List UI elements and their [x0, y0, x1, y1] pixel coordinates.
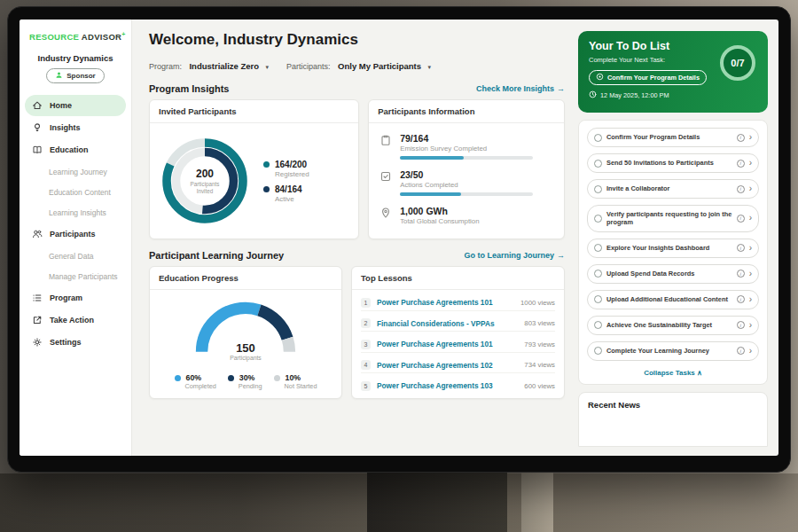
task-row[interactable]: Confirm Your Program Details i › — [587, 128, 759, 147]
sidebar-item-learning-insights[interactable]: Learning Insights — [20, 202, 131, 223]
sidebar-item-label: Insights — [50, 123, 81, 132]
task-checkbox[interactable] — [594, 215, 602, 223]
lesson-row: 5 Power Purchase Agreements 103 600 view… — [361, 379, 555, 394]
sidebar-item-take-action[interactable]: Take Action — [25, 309, 126, 331]
info-icon[interactable]: i — [737, 321, 745, 329]
info-icon[interactable]: i — [737, 295, 745, 303]
chevron-down-icon[interactable]: ▾ — [428, 64, 432, 70]
lesson-title-link[interactable]: Financial Considerations - VPPAs — [377, 319, 518, 328]
task-checkbox[interactable] — [594, 134, 602, 142]
task-row[interactable]: Send 50 Invitations to Participants i › — [587, 153, 759, 173]
task-checkbox[interactable] — [594, 160, 602, 168]
program-filter-value[interactable]: Industrialize Zero — [189, 61, 259, 71]
task-row[interactable]: Invite a Collaborator i › — [587, 179, 759, 199]
program-filter[interactable]: Program: Industrialize Zero ▾ — [149, 57, 269, 73]
chevron-right-icon[interactable]: › — [749, 214, 752, 223]
legend-item-not-started: 10% Not Started — [274, 373, 317, 390]
task-checkbox[interactable] — [594, 321, 602, 329]
task-checkbox[interactable] — [594, 347, 602, 355]
monitor-stand-pillar — [521, 472, 553, 532]
info-icon[interactable]: i — [737, 347, 745, 355]
chevron-right-icon[interactable]: › — [749, 184, 752, 193]
education-progress-card: Education Progress 150 Participants — [149, 266, 342, 399]
chevron-right-icon[interactable]: › — [749, 347, 752, 356]
chevron-right-icon[interactable]: › — [749, 244, 752, 253]
lesson-title-link[interactable]: Power Purchase Agreements 101 — [377, 340, 518, 348]
progress-bar-fill — [400, 156, 464, 160]
task-row[interactable]: Explore Your Insights Dashboard i › — [587, 239, 759, 258]
sidebar-item-settings[interactable]: Settings — [25, 332, 126, 353]
education-legend: 60% Completed 30% Pending 10% Not Starte… — [159, 367, 332, 396]
sidebar-item-insights[interactable]: Insights — [25, 117, 126, 138]
go-to-learning-journey-link[interactable]: Go to Learning Journey→ — [464, 251, 565, 260]
task-row[interactable]: Verify participants requesting to join t… — [587, 205, 759, 232]
sidebar-item-program[interactable]: Program — [25, 287, 126, 309]
todo-progress-ring: 0/7 — [716, 42, 759, 84]
lesson-title-link[interactable]: Power Purchase Agreements 102 — [377, 361, 518, 370]
people-icon — [31, 229, 43, 240]
info-icon[interactable]: i — [737, 270, 745, 278]
sidebar-item-education-content[interactable]: Education Content — [20, 182, 131, 202]
stat-value: 23/50 — [400, 169, 533, 180]
task-row[interactable]: Complete Your Learning Journey i › — [587, 341, 759, 361]
legend-value: 10% — [286, 373, 301, 382]
sidebar-item-label: Education — [50, 145, 89, 154]
next-task-pill[interactable]: Confirm Your Program Details — [589, 70, 707, 85]
task-row[interactable]: Achieve One Sustainability Target i › — [587, 316, 759, 335]
stat-emission-survey: 79/164 Emission Survey Completed — [379, 133, 553, 160]
lesson-title-link[interactable]: Power Purchase Agreements 103 — [377, 381, 518, 390]
sidebar-item-manage-participants[interactable]: Manage Participants — [20, 266, 131, 286]
check-more-insights-link[interactable]: Check More Insights→ — [476, 84, 565, 93]
clock-icon — [589, 90, 597, 100]
legend-label: Registered — [275, 170, 309, 178]
legend-value: 60% — [186, 373, 202, 382]
sidebar-item-education[interactable]: Education — [25, 139, 126, 160]
main-content: Welcome, Industry Dynamics Program: Indu… — [132, 20, 575, 456]
lesson-views: 1000 views — [520, 299, 555, 307]
participants-filter-value[interactable]: Only My Participants — [338, 61, 421, 71]
legend-item-active: 84/164 Active — [263, 184, 309, 203]
info-icon[interactable]: i — [737, 244, 745, 252]
sidebar-item-participants[interactable]: Participants — [25, 223, 126, 245]
task-checkbox[interactable] — [594, 185, 602, 193]
chevron-down-icon[interactable]: ▾ — [266, 64, 270, 70]
chevron-right-icon[interactable]: › — [749, 159, 752, 168]
task-checkbox[interactable] — [594, 295, 602, 303]
sidebar-nav: Home Insights Education Learning Journey… — [20, 95, 131, 353]
legend-item-completed: 60% Completed — [175, 373, 216, 390]
location-pin-icon — [379, 207, 392, 219]
chevron-right-icon[interactable]: › — [749, 295, 752, 304]
task-row[interactable]: Upload Additional Educational Content i … — [587, 290, 759, 309]
info-icon[interactable]: i — [737, 185, 745, 193]
todo-summary-card: Your To Do List Complete Your Next Task:… — [578, 31, 768, 113]
task-checkbox[interactable] — [594, 270, 602, 278]
sidebar-item-label: Education Content — [49, 188, 111, 197]
chevron-right-icon[interactable]: › — [749, 270, 752, 278]
lesson-title-link[interactable]: Power Purchase Agreements 101 — [377, 298, 514, 307]
sidebar-item-learning-journey[interactable]: Learning Journey — [20, 161, 131, 182]
target-icon — [596, 73, 604, 82]
invited-legend: 164/200 Registered 84/164 Active — [263, 153, 309, 209]
task-row[interactable]: Upload Spend Data Records i › — [587, 264, 759, 284]
recent-news-title: Recent News — [588, 400, 640, 410]
participants-filter[interactable]: Participants: Only My Participants ▾ — [286, 57, 431, 73]
legend-label: Active — [275, 195, 309, 203]
todo-progress-count: 0/7 — [716, 42, 759, 84]
info-icon[interactable]: i — [737, 160, 745, 168]
chevron-right-icon[interactable]: › — [749, 133, 752, 142]
logo-text-primary: RESOURCE — [29, 32, 79, 42]
sponsor-badge: Sponsor — [46, 68, 104, 83]
sidebar-item-general-data[interactable]: General Data — [20, 246, 131, 266]
external-action-icon — [31, 315, 43, 326]
info-icon[interactable]: i — [737, 215, 745, 223]
link-label: Check More Insights — [476, 84, 554, 93]
task-checkbox[interactable] — [594, 244, 602, 252]
collapse-tasks-link[interactable]: Collapse Tasks ∧ — [587, 367, 759, 381]
legend-label: Not Started — [285, 382, 317, 390]
progress-bar — [400, 192, 533, 196]
sidebar-item-home[interactable]: Home — [25, 95, 126, 116]
sidebar-item-label: Home — [50, 101, 72, 110]
info-icon[interactable]: i — [737, 134, 745, 142]
chevron-right-icon[interactable]: › — [749, 321, 752, 330]
org-name: Industry Dynamics — [20, 53, 131, 63]
